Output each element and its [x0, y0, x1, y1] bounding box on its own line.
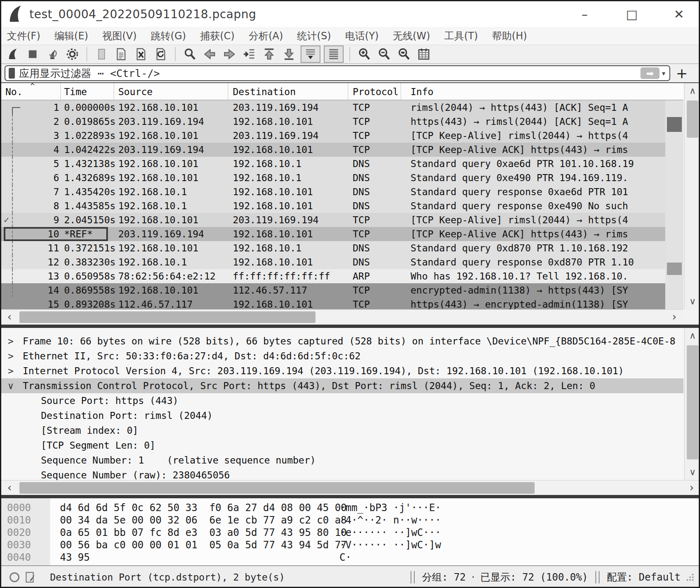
packet-row[interactable]: 41.042422s203.119.169.194192.168.10.101T…	[1, 143, 665, 157]
menu-tools[interactable]: 工具(T)	[444, 29, 478, 43]
packet-row[interactable]: 120.383230s192.168.10.1192.168.10.101DNS…	[1, 255, 665, 269]
packet-row[interactable]: 20.019865s203.119.169.194192.168.10.101T…	[1, 115, 665, 129]
resize-columns-icon[interactable]	[416, 46, 432, 62]
reload-file-icon[interactable]	[153, 46, 169, 62]
hex-row[interactable]: 001000 34 da 5e 00 00 32 06 6e 1e cb 77 …	[1, 514, 699, 526]
menu-go[interactable]: 跳转(G)	[151, 29, 186, 43]
hex-bytes[interactable]: 0a 65 01 bb 07 fc 8d e3 03 a0 5d 77 43 9…	[50, 526, 339, 539]
open-file-icon[interactable]	[113, 46, 129, 62]
details-hscrollbar[interactable]: ‹ ›	[1, 480, 700, 495]
scroll-left-icon[interactable]: ‹	[2, 310, 17, 325]
go-forward-icon[interactable]	[221, 46, 238, 62]
close-button[interactable]: ✕	[671, 7, 687, 22]
go-to-packet-icon[interactable]	[241, 46, 258, 62]
details-vscrollbar[interactable]: ∧ ∨	[684, 328, 700, 480]
expander-closed-icon[interactable]: >	[8, 334, 20, 349]
pane-splitter[interactable]	[1, 495, 699, 498]
vscroll-thumb[interactable]	[687, 345, 698, 459]
expander-closed-icon[interactable]: >	[8, 349, 20, 363]
colorize-icon[interactable]	[324, 45, 344, 63]
scroll-down-icon[interactable]: ∨	[685, 294, 700, 309]
detail-line[interactable]: ∨Transmission Control Protocol, Src Port…	[1, 378, 683, 393]
hex-row[interactable]: 004043 95C·	[1, 551, 699, 564]
column-header-time[interactable]: Time	[64, 86, 87, 97]
detail-line[interactable]: Destination Port: rimsl (2044)	[1, 408, 683, 423]
hex-bytes[interactable]: 00 34 da 5e 00 00 32 06 6e 1e cb 77 a9 c…	[50, 514, 339, 526]
detail-line[interactable]: [TCP Segment Len: 0]	[1, 438, 683, 453]
save-file-icon[interactable]	[93, 46, 110, 62]
column-header-protocol[interactable]: Protocol	[353, 86, 399, 97]
hex-bytes[interactable]: 00 56 ba c0 00 00 01 01 05 0a 5d 77 43 9…	[50, 539, 339, 551]
packet-row[interactable]: ✓92.045150s192.168.10.101203.119.169.194…	[1, 213, 665, 227]
scroll-up-icon[interactable]: ∧	[685, 83, 700, 99]
packet-row[interactable]: 71.435420s192.168.10.1192.168.10.101DNSS…	[1, 185, 665, 199]
pane-splitter[interactable]	[1, 325, 699, 328]
detail-line[interactable]: Sequence Number (raw): 2380465056	[1, 468, 683, 480]
start-capture-icon[interactable]	[5, 46, 21, 62]
capture-options-icon[interactable]	[64, 46, 81, 62]
detail-line[interactable]: >Internet Protocol Version 4, Src: 203.1…	[1, 363, 683, 378]
scroll-up-icon[interactable]: ∧	[685, 328, 700, 344]
packet-row[interactable]: 10.000000s192.168.10.101203.119.169.194T…	[1, 100, 665, 115]
go-top-icon[interactable]	[261, 46, 277, 62]
menu-edit[interactable]: 编辑(E)	[55, 29, 88, 43]
go-back-icon[interactable]	[201, 46, 218, 62]
packet-row[interactable]: 130.650958s78:62:56:64:e2:12ff:ff:ff:ff:…	[1, 269, 665, 283]
column-separator[interactable]	[348, 83, 348, 100]
detail-line[interactable]: [Stream index: 0]	[1, 423, 683, 438]
detail-line[interactable]: Sequence Number: 1 (relative sequence nu…	[1, 453, 683, 468]
expert-info-icon[interactable]	[25, 571, 36, 583]
packet-list-vscrollbar[interactable]: ∧ ∨	[684, 83, 700, 309]
add-filter-button[interactable]: +	[674, 65, 689, 81]
column-separator[interactable]	[114, 83, 114, 100]
hex-row[interactable]: 00200a 65 01 bb 07 fc 8d e3 03 a0 5d 77 …	[1, 526, 699, 539]
auto-scroll-icon[interactable]	[301, 45, 320, 63]
column-separator[interactable]	[60, 83, 61, 100]
packet-row[interactable]: 51.432138s192.168.10.101192.168.10.1DNSS…	[1, 157, 665, 171]
detail-line[interactable]: Source Port: https (443)	[1, 393, 683, 408]
maximize-button[interactable]: □	[624, 7, 640, 22]
filter-bookmark-icon[interactable]	[9, 68, 15, 79]
resize-grip-icon[interactable]	[686, 573, 695, 582]
detail-line[interactable]: >Ethernet II, Src: 50:33:f0:6a:27:d4, Ds…	[1, 349, 683, 363]
hex-row[interactable]: 0000d4 6d 6d 5f 0c 62 50 33 f0 6a 27 d4 …	[1, 502, 699, 514]
filter-dropdown-caret-icon[interactable]: ▾	[662, 69, 665, 77]
expander-closed-icon[interactable]: >	[8, 363, 20, 378]
vscroll-thumb[interactable]	[687, 100, 698, 138]
close-file-icon[interactable]	[133, 46, 149, 62]
find-packet-icon[interactable]	[182, 46, 198, 62]
restart-capture-icon[interactable]	[44, 46, 61, 62]
packet-row[interactable]: 10*REF*203.119.169.194192.168.10.101TCP[…	[1, 227, 665, 241]
expander-open-icon[interactable]: ∨	[8, 378, 20, 393]
packet-row[interactable]: 61.432689s192.168.10.101192.168.10.1DNSS…	[1, 171, 665, 185]
packet-row[interactable]: 110.372151s192.168.10.101192.168.10.1DNS…	[1, 241, 665, 255]
menu-telephony[interactable]: 电话(Y)	[345, 29, 379, 43]
hscroll-thumb[interactable]	[19, 311, 315, 323]
column-header-info[interactable]: Info	[411, 86, 433, 97]
packet-row[interactable]: 81.443585s192.168.10.1192.168.10.101DNSS…	[1, 199, 665, 213]
packet-list-hscrollbar[interactable]: ‹ ›	[1, 309, 683, 324]
apply-filter-button[interactable]: ➡	[640, 67, 659, 79]
hex-ascii[interactable]: ·mm_·bP3 ·j'···E·	[339, 502, 441, 514]
menu-file[interactable]: 文件(F)	[7, 29, 41, 43]
scroll-down-icon[interactable]: ∨	[685, 464, 700, 480]
scroll-right-icon[interactable]: ›	[684, 480, 699, 495]
go-bottom-icon[interactable]	[281, 46, 297, 62]
capture-status-icon[interactable]	[10, 572, 19, 582]
zoom-reset-icon[interactable]	[396, 46, 412, 62]
column-header-source[interactable]: Source	[118, 86, 153, 97]
hex-ascii[interactable]: ·4·^··2· n··w····	[339, 514, 441, 526]
hscroll-thumb[interactable]	[19, 482, 535, 494]
menu-view[interactable]: 视图(V)	[102, 29, 136, 43]
packet-row[interactable]: 31.022893s192.168.10.101203.119.169.194T…	[1, 129, 665, 143]
hex-row[interactable]: 003000 56 ba c0 00 00 01 01 05 0a 5d 77 …	[1, 539, 699, 551]
hex-ascii[interactable]: C·	[339, 551, 351, 564]
column-header-no[interactable]: No.	[5, 86, 23, 97]
hex-bytes[interactable]: d4 6d 6d 5f 0c 62 50 33 f0 6a 27 d4 08 0…	[50, 502, 339, 514]
hex-bytes[interactable]: 43 95	[50, 551, 339, 564]
stop-capture-icon[interactable]	[24, 46, 41, 62]
packet-row[interactable]: 150.893208s112.46.57.117192.168.10.101TC…	[1, 297, 665, 309]
hex-ascii[interactable]: ·e······ ··]wC···	[339, 526, 441, 539]
scroll-right-icon[interactable]: ›	[667, 310, 682, 325]
display-filter-input[interactable]	[19, 67, 640, 79]
